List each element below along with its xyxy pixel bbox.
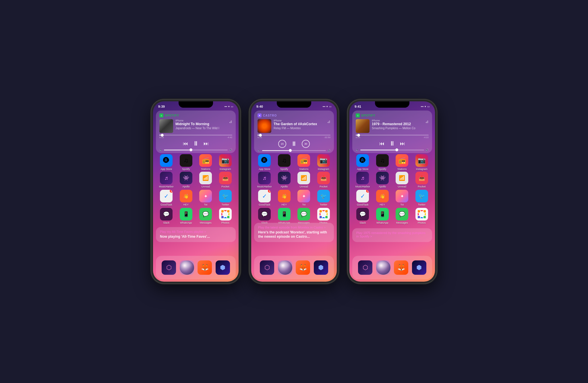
unread-app-2[interactable]: 📶 Unread [295,172,312,188]
dock-shortcuts-2[interactable]: ⬢ [314,260,328,275]
dock-shortcuts-1[interactable]: ⬢ [216,260,230,275]
skip-fwd-button-2[interactable]: 30 [302,140,310,148]
stations-icon-3[interactable]: 📻 [396,154,408,167]
app-store-icon-2[interactable]: 🅐 [258,154,271,167]
goodtask-icon-1[interactable]: ✓ 1 [160,190,173,202]
siri-orb-1[interactable] [180,260,194,275]
app-store-icon-3[interactable]: 🅐 [356,154,369,167]
instagram-app-1[interactable]: 📷 Instagram [217,154,234,171]
musicharbor-app-2[interactable]: ♬ MusicHarbor [256,172,273,188]
hey-app-1[interactable]: 👋 HEY [178,190,194,206]
pocket-icon-2[interactable]: 📥 [317,172,330,184]
tot-icon-3[interactable]: ✦ [396,190,408,202]
app-store-1[interactable]: 🅐 App Store [158,154,175,171]
apollo-icon-1[interactable]: 👾 [180,172,192,184]
musicharbor-icon-2[interactable]: ♬ [258,172,271,184]
airplay-icon-2[interactable]: ⊿ [327,119,330,124]
stations-app-1[interactable]: 📻 Stations [197,154,214,171]
slack-icon-1[interactable]: 💬 [160,208,173,220]
dock-shortcuts-3[interactable]: ⬢ [412,260,426,275]
twitter-icon-1[interactable]: 🐦 [219,190,232,202]
siri-link-2[interactable]: Play the latest episode from Moretex in … [258,226,330,229]
volume-bar-3[interactable] [360,150,424,150]
app-store-2[interactable]: 🅐 App Store [256,154,273,171]
siri-link-3[interactable]: Play 1975 remastered by the smashing pum… [356,231,428,238]
hey-icon-1[interactable]: 👋 [180,190,192,202]
app-store-icon-1[interactable]: 🅐 [160,154,173,167]
pause-button-2[interactable]: ⏸ [291,140,297,148]
siri-link-1[interactable]: Play my All-Time Faves playlist > [160,230,232,233]
slack-icon-3[interactable]: 💬 [356,208,369,220]
now-playing-widget-2[interactable]: ♥ CASTRO ⬡ iPhone The Garden of #AskCort… [254,111,334,153]
tot-app-3[interactable]: ✦ Tot [394,190,410,206]
dock-firefox-3[interactable]: 🦊 [394,260,408,275]
volume-bar-1[interactable] [164,150,228,150]
now-playing-widget-1[interactable]: ♫ SPOTIFY 👥 iPhone Midnight To Morning J… [156,111,236,153]
pause-button-1[interactable]: ⏸ [193,140,199,147]
musicharbor-app-1[interactable]: ♬ MusicHarbor [158,172,175,188]
instagram-app-3[interactable]: 📷 Instagram [413,154,430,171]
rewind-button-1[interactable]: ⏮ [183,141,188,147]
spotify-icon-1[interactable]: ♫ [180,154,192,167]
spotify-icon-3[interactable]: ♫ [376,154,389,167]
hey-icon-3[interactable]: 👋 [376,190,389,202]
dock-firefox-1[interactable]: 🦊 [198,260,212,275]
unread-icon-2[interactable]: 📶 [297,172,310,184]
siri-orb-2[interactable] [278,260,292,275]
messages-app-2[interactable]: 💬 Messages [295,208,312,224]
goodtask-icon-2[interactable]: ✓ 1 [258,190,271,202]
photos-icon-1[interactable] [219,208,232,220]
slack-app-2[interactable]: 💬 Slack [256,208,273,224]
whatsapp-icon-1[interactable]: 📱 [180,208,192,220]
photos-app-3[interactable]: Photos [413,208,430,224]
now-playing-widget-3[interactable]: ♫ SPOTIFY 🎨 iPhone 1979 - Remastered 201… [352,111,432,153]
airplay-icon-1[interactable]: ⊿ [229,119,232,124]
apollo-icon-3[interactable]: 👾 [376,172,389,184]
spotify-app-3[interactable]: ♫ Spotify [374,154,391,171]
messages-icon-1[interactable]: 💬 [199,208,212,220]
hey-icon-2[interactable]: 👋 [278,190,291,202]
tot-app-2[interactable]: ✦ Tot [295,190,312,206]
photos-app-1[interactable]: Photos [217,208,234,224]
unread-app-3[interactable]: 📶 Unread [394,172,410,188]
instagram-icon-1[interactable]: 📷 [219,154,232,167]
photos-app-2[interactable]: Photos [315,208,332,224]
fastforward-button-3[interactable]: ⏭ [400,141,405,147]
pocket-icon-1[interactable]: 📥 [219,172,232,184]
musicharbor-icon-1[interactable]: ♬ [160,172,173,184]
instagram-icon-2[interactable]: 📷 [317,154,330,167]
dock-firefox-2[interactable]: 🦊 [296,260,310,275]
whatsapp-app-1[interactable]: 📱 WhatsApp [178,208,194,224]
siri-widget-3[interactable]: Play 1975 remastered by the smashing pum… [352,228,432,242]
twitter-app-1[interactable]: 🐦 Twitter [217,190,234,206]
twitter-app-2[interactable]: 🐦 Twitter [315,190,332,206]
stations-icon-2[interactable]: 📻 [297,154,310,167]
tot-icon-2[interactable]: ✦ [297,190,310,202]
apollo-icon-2[interactable]: 👾 [278,172,291,184]
airplay-icon-3[interactable]: ⊿ [425,119,429,124]
slack-icon-2[interactable]: 💬 [258,208,271,220]
tot-icon-1[interactable]: ✦ [199,190,212,202]
siri-widget-2[interactable]: Play the latest episode from Moretex in … [254,223,334,242]
messages-app-1[interactable]: 💬 Messages [197,208,214,224]
pocket-app-2[interactable]: 📥 Pocket [315,172,332,188]
photos-icon-2[interactable] [317,208,330,220]
progress-bar-3[interactable] [356,135,429,136]
messages-icon-2[interactable]: 💬 [297,208,310,220]
spotify-app-2[interactable]: ♫ Spotify [276,154,293,171]
messages-icon-3[interactable]: 💬 [396,208,408,220]
skip-back-button-2[interactable]: 15 [278,140,286,148]
dock-siri-3[interactable] [376,260,390,275]
siri-orb-3[interactable] [376,260,390,275]
goodtask-app-2[interactable]: ✓ 1 GoodTask [256,190,273,206]
dock-siri-2[interactable] [278,260,292,275]
slack-app-3[interactable]: 💬 Slack [354,208,371,224]
goodtask-icon-3[interactable]: ✓ 1 [356,190,369,202]
apollo-app-3[interactable]: 👾 Apollo [374,172,391,188]
stations-icon-1[interactable]: 📻 [199,154,212,167]
unread-icon-1[interactable]: 📶 [199,172,212,184]
volume-bar-2[interactable] [262,150,326,151]
messages-app-3[interactable]: 💬 Messages [394,208,410,224]
hey-app-3[interactable]: 👋 HEY [374,190,391,206]
spotify-icon-2[interactable]: ♫ [278,154,291,167]
